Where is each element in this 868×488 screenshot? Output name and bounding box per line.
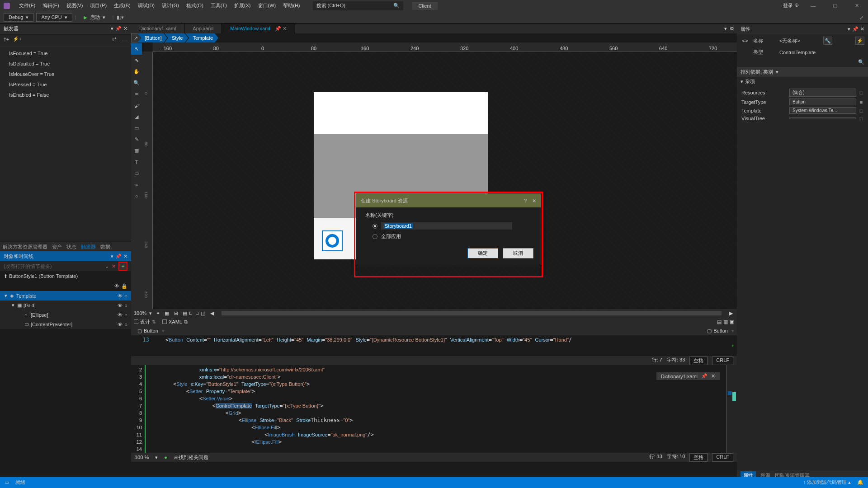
minimap[interactable] <box>726 365 737 453</box>
snap2-icon[interactable]: ⫍⫎ <box>191 310 197 316</box>
config-combo[interactable]: Debug▾ <box>4 13 33 22</box>
close-icon[interactable]: ✕ <box>532 198 536 204</box>
zoom-level[interactable]: 100% <box>134 310 146 316</box>
property-row[interactable]: TargetTypeButton■ <box>737 98 868 106</box>
cancel-button[interactable]: 取消 <box>503 248 533 258</box>
gradient-icon[interactable]: ◢ <box>131 111 142 122</box>
grid9-icon[interactable]: ⊞ <box>173 310 179 316</box>
document-tab[interactable]: Dictionary1.xaml <box>131 23 184 33</box>
trigger-item[interactable]: IsFocused = True <box>0 48 131 58</box>
pin-icon[interactable]: 📌 <box>115 253 122 259</box>
document-tab[interactable]: MainWindow.xaml📌 ✕ <box>222 23 295 33</box>
search-icon[interactable]: 🔍 <box>858 59 864 65</box>
tool-icon[interactable]: ◧▾ <box>116 13 124 21</box>
close-icon[interactable]: ✕ <box>860 26 864 32</box>
target-button[interactable] <box>322 230 343 251</box>
designer-surface[interactable]: ↖ ⬉ ✋ 🔍 ✒ 🖌 ◢ ▭ ✎ ▦ T ▭ » ○ -160-8008016… <box>131 42 737 309</box>
grid-icon[interactable]: ▦ <box>131 145 142 156</box>
eyedropper-icon[interactable]: ✒ <box>131 89 142 100</box>
property-row[interactable]: VisualTree□ <box>737 115 868 122</box>
effects-icon[interactable]: ✦ <box>155 310 161 316</box>
menu-format[interactable]: 格式(O) <box>183 0 207 11</box>
login-button[interactable]: 登录 𐀏 <box>783 2 799 9</box>
menu-edit[interactable]: 编辑(E) <box>39 0 63 11</box>
menu-debug[interactable]: 调试(D) <box>134 0 158 11</box>
split-h-icon[interactable]: ▤ <box>717 319 722 325</box>
code-pane-2[interactable]: Dictionary1.xaml📌✕ xmlns:x="http://schem… <box>156 365 726 453</box>
maximize-button[interactable]: ▢ <box>827 0 843 11</box>
menu-view[interactable]: 视图(V) <box>63 0 87 11</box>
collapse-icon[interactable]: ▣ <box>730 319 734 325</box>
split-v-icon[interactable]: ▥ <box>723 319 728 325</box>
minimize-button[interactable]: — <box>806 0 821 11</box>
ok-button[interactable]: 确定 <box>467 248 498 258</box>
close-button[interactable]: ✕ <box>849 0 864 11</box>
left-tab[interactable]: 数据 <box>100 244 110 250</box>
trigger-item[interactable]: IsEnabled = False <box>0 89 131 100</box>
trigger-toggle-icon[interactable]: ⇄ <box>110 36 118 43</box>
button-icon[interactable]: ▭ <box>131 168 142 179</box>
source-control-button[interactable]: ↑ 添加到源代码管理 ▴ <box>803 479 851 486</box>
left-tab[interactable]: 触发器 <box>81 244 96 250</box>
add-storyboard-button[interactable]: + <box>118 262 127 271</box>
scrollbar-h[interactable] <box>222 311 722 315</box>
tree-item[interactable]: ○[Ellipse]👁○ <box>0 310 131 319</box>
close-icon[interactable]: ✕ <box>711 373 715 379</box>
trigger-item[interactable]: IsPressed = True <box>0 79 131 89</box>
snap4-icon[interactable]: ◀ <box>209 310 215 316</box>
help-icon[interactable]: ? <box>524 198 527 204</box>
misc-category[interactable]: ▾杂项 <box>737 77 868 86</box>
storyboard-name-input[interactable]: Storyboard1 <box>381 222 512 230</box>
trigger-add-icon[interactable]: †+ <box>3 36 10 43</box>
visibility-icon[interactable]: 👁 <box>114 283 119 289</box>
dropdown-icon[interactable]: ▾ <box>848 26 850 32</box>
events-button[interactable]: ⚡ <box>855 37 864 45</box>
ellipse-tool-icon[interactable]: ○ <box>131 190 142 202</box>
file-tab[interactable]: Dictionary1.xaml📌✕ <box>656 372 720 380</box>
menu-build[interactable]: 生成(B) <box>110 0 134 11</box>
menu-tools[interactable]: 工具(T) <box>207 0 231 11</box>
trigger-item[interactable]: IsDefaulted = True <box>0 58 131 69</box>
close-storyboard-icon[interactable]: ✕ <box>112 263 116 269</box>
zoom-icon[interactable]: 🔍 <box>131 77 142 89</box>
radio-all-app[interactable]: 全部应用 <box>363 231 533 242</box>
tree-item[interactable]: ▭[ContentPresenter]👁○ <box>0 319 131 329</box>
close-icon[interactable]: ✕ <box>123 26 127 32</box>
menu-extensions[interactable]: 扩展(X) <box>231 0 255 11</box>
menu-help[interactable]: 帮助(H) <box>279 0 303 11</box>
start-button[interactable]: ▶启动▾ <box>79 13 110 22</box>
radio-this-doc[interactable]: Storyboard1 <box>363 221 533 231</box>
code-nav-left[interactable]: ▢ Button <box>134 328 162 334</box>
dropdown-icon[interactable]: ▾ <box>724 26 727 32</box>
pin-icon[interactable]: 📌 <box>701 373 708 379</box>
lock-icon[interactable]: 🔒 <box>121 283 127 289</box>
sort-row[interactable]: 排列依据: 类别▾ <box>737 67 868 77</box>
pointer-tool-icon[interactable]: ↖ <box>131 43 142 55</box>
brush-icon[interactable]: 🖌 <box>131 100 142 111</box>
gear-icon[interactable]: ⚙ <box>730 26 734 32</box>
dialog-titlebar[interactable]: 创建 Storyboard 资源 ?✕ <box>356 194 541 207</box>
menu-project[interactable]: 项目(P) <box>86 0 110 11</box>
menu-window[interactable]: 窗口(W) <box>255 0 280 11</box>
grid6-icon[interactable]: ▦ <box>164 310 170 316</box>
property-row[interactable]: TemplateSystem.Windows.Te...□ <box>737 106 868 115</box>
left-tab[interactable]: 状态 <box>66 244 76 250</box>
menu-design[interactable]: 设计(G) <box>158 0 183 11</box>
crumb-style[interactable]: Style <box>165 33 188 42</box>
design-tab[interactable]: 设计⇅ <box>134 319 156 325</box>
tree-item[interactable]: ▾◈Template👁○ <box>0 291 131 300</box>
tree-item[interactable]: ▾▦[Grid]👁○ <box>0 300 131 310</box>
asset-icon[interactable]: » <box>131 179 142 190</box>
snap-icon[interactable]: ▤ <box>182 310 188 316</box>
pin-icon[interactable]: 📌 <box>115 26 122 32</box>
popout-icon[interactable]: ⧉ <box>184 319 188 325</box>
document-tab[interactable]: App.xaml <box>184 23 222 33</box>
crumb-template[interactable]: Template <box>185 33 218 42</box>
trigger-delete-icon[interactable]: — <box>121 36 128 43</box>
live-share-icon[interactable]: ⤢ <box>857 14 865 22</box>
dropdown-icon[interactable]: ▾ <box>111 26 113 32</box>
menu-file[interactable]: 文件(F) <box>15 0 39 11</box>
platform-combo[interactable]: Any CPU▾ <box>36 13 72 22</box>
trigger-item[interactable]: IsMouseOver = True <box>0 69 131 79</box>
direct-select-icon[interactable]: ⬉ <box>131 55 142 66</box>
